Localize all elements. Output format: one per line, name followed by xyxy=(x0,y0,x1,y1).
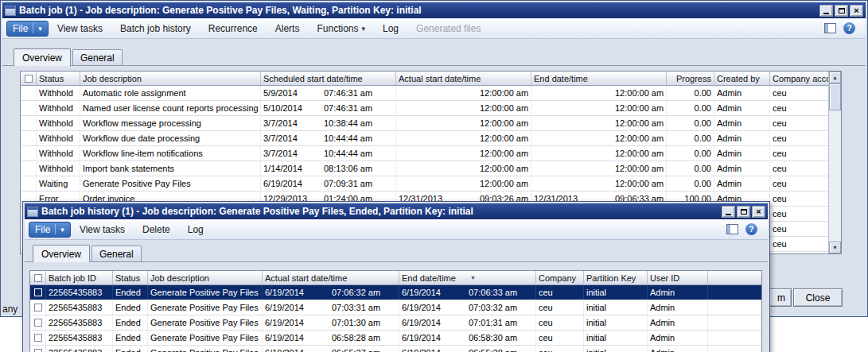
column-header-end[interactable]: End date/time▼ xyxy=(399,271,536,284)
row-checkbox[interactable] xyxy=(34,288,42,296)
row-select-cell[interactable] xyxy=(21,161,37,176)
history-file-menu-button[interactable]: File ▾ xyxy=(29,222,71,238)
row-select-cell[interactable] xyxy=(30,315,46,330)
row-select-cell[interactable] xyxy=(30,285,46,300)
row-checkbox[interactable] xyxy=(34,304,42,311)
row-checkbox[interactable] xyxy=(34,349,42,352)
cell-company: ceu xyxy=(770,222,828,236)
tab-general[interactable]: General xyxy=(91,246,142,261)
column-header-actual-start[interactable]: Actual start date/time xyxy=(263,271,399,284)
end-date: 6/19/2014 xyxy=(402,318,469,327)
menu-view-tasks[interactable]: View tasks xyxy=(49,20,111,37)
column-header-partition-key[interactable]: Partition Key xyxy=(584,271,648,284)
select-all-checkbox[interactable] xyxy=(34,274,42,282)
actual-date: 6/19/2014 xyxy=(265,303,332,312)
tab-overview[interactable]: Overview xyxy=(33,245,90,262)
close-icon[interactable]: × xyxy=(850,5,863,17)
table-row[interactable]: 22565435883 Ended Generate Positive Pay … xyxy=(30,331,761,346)
cell-created-by: Admin xyxy=(714,101,770,115)
table-row[interactable]: 22565435883 Ended Generate Positive Pay … xyxy=(30,346,761,352)
column-header-job-description[interactable]: Job description xyxy=(80,72,261,85)
maximize-icon[interactable] xyxy=(737,206,750,218)
row-select-cell[interactable] xyxy=(21,116,37,130)
menu-log[interactable]: Log xyxy=(374,20,407,37)
column-header-job-description[interactable]: Job description xyxy=(148,271,263,284)
minimize-icon[interactable] xyxy=(722,206,735,218)
row-select-cell[interactable] xyxy=(21,176,37,191)
menu-view-tasks[interactable]: View tasks xyxy=(71,221,134,238)
table-row[interactable]: Withhold Import bank statements 1/14/201… xyxy=(21,161,828,176)
layout-panes-icon[interactable] xyxy=(824,23,836,33)
scheduled-date: 3/7/2014 xyxy=(263,149,324,158)
file-menu-button[interactable]: File ▾ xyxy=(6,21,49,37)
vertical-scrollbar[interactable]: ▲ ▼ xyxy=(828,72,841,253)
scroll-up-icon[interactable]: ▲ xyxy=(829,72,841,83)
row-checkbox[interactable] xyxy=(34,319,42,327)
scroll-thumb[interactable] xyxy=(829,83,841,110)
end-time: 07:06:33 am xyxy=(469,288,517,297)
table-row[interactable]: 22565435883 Ended Generate Positive Pay … xyxy=(30,315,761,331)
cell-user-id: Admin xyxy=(648,300,708,315)
column-header-end[interactable]: End date/time xyxy=(531,72,667,85)
menu-delete[interactable]: Delete xyxy=(134,221,179,238)
cell-company: ceu xyxy=(536,346,584,352)
cell-progress: 0.00 xyxy=(667,161,714,176)
history-titlebar[interactable]: Batch job history (1) - Job description:… xyxy=(25,203,768,219)
menu-recurrence[interactable]: Recurrence xyxy=(200,20,267,37)
column-header-scheduled-start[interactable]: Scheduled start date/time xyxy=(261,72,396,85)
table-row[interactable]: Withhold Named user license count report… xyxy=(21,101,828,116)
row-select-cell[interactable] xyxy=(21,131,37,145)
tab-overview[interactable]: Overview xyxy=(14,48,71,66)
batch-job-grid-header: Status Job description Scheduled start d… xyxy=(21,72,828,86)
layout-panes-icon[interactable] xyxy=(726,224,738,234)
cell-company: ceu xyxy=(536,285,584,300)
column-header-company[interactable]: Company accou xyxy=(770,72,828,85)
cell-created-by: Admin xyxy=(714,116,770,130)
minimize-icon[interactable] xyxy=(819,5,833,17)
menu-log[interactable]: Log xyxy=(179,221,212,238)
actual-date: 6/19/2014 xyxy=(265,288,332,297)
column-header-user-id[interactable]: User ID xyxy=(648,271,708,284)
help-icon[interactable]: ? xyxy=(745,223,757,235)
scheduled-date: 3/7/2014 xyxy=(263,118,324,128)
main-titlebar[interactable]: Batch job (1) - Job description: Generat… xyxy=(2,2,866,18)
cell-status: Withhold xyxy=(37,146,80,161)
menu-batch-job-history[interactable]: Batch job history xyxy=(111,20,200,37)
row-select-cell[interactable] xyxy=(30,346,46,352)
column-header-status[interactable]: Status xyxy=(37,72,80,85)
cell-actual-start: 6/19/201407:01:30 am xyxy=(263,315,399,330)
select-all-checkbox[interactable] xyxy=(25,75,33,83)
close-icon[interactable]: × xyxy=(752,206,765,218)
table-row[interactable]: Withhold Workflow message processing 3/7… xyxy=(21,116,828,131)
menu-functions[interactable]: Functions▾ xyxy=(308,20,374,37)
row-select-cell[interactable] xyxy=(21,146,37,161)
table-row[interactable]: Waiting Generate Positive Pay Files 6/19… xyxy=(21,176,828,191)
scroll-down-icon[interactable]: ▼ xyxy=(829,242,841,253)
table-row[interactable]: 22565435883 Ended Generate Positive Pay … xyxy=(30,285,761,300)
column-header-status[interactable]: Status xyxy=(113,271,148,284)
tab-general[interactable]: General xyxy=(72,49,123,65)
row-select-cell[interactable] xyxy=(30,331,46,345)
history-window-title: Batch job history (1) - Job description:… xyxy=(41,206,718,217)
column-header-company[interactable]: Company xyxy=(536,271,584,284)
table-row[interactable]: 22565435883 Ended Generate Positive Pay … xyxy=(30,300,761,315)
row-checkbox[interactable] xyxy=(34,334,42,342)
row-select-cell[interactable] xyxy=(21,101,37,115)
column-header-progress[interactable]: Progress xyxy=(667,72,714,85)
table-row[interactable]: Withhold Automatic role assignment 5/9/2… xyxy=(21,86,828,101)
column-header-actual-start[interactable]: Actual start date/time xyxy=(396,72,531,85)
column-header-created-by[interactable]: Created by xyxy=(714,72,770,85)
close-button[interactable]: Close xyxy=(793,288,843,307)
table-row[interactable]: Withhold Workflow line-item notification… xyxy=(21,146,828,161)
table-row[interactable]: Withhold Workflow due date processing 3/… xyxy=(21,131,828,146)
column-header-batch-job-id[interactable]: Batch job ID xyxy=(46,271,113,284)
actual-date: 6/19/2014 xyxy=(265,348,332,352)
actual-time: 12:00:00 am xyxy=(480,179,528,188)
menu-alerts[interactable]: Alerts xyxy=(267,20,309,37)
cell-job-description: Import bank statements xyxy=(80,161,261,176)
cell-progress: 0.00 xyxy=(667,101,714,115)
row-select-cell[interactable] xyxy=(30,300,46,315)
help-icon[interactable]: ? xyxy=(843,22,855,34)
row-select-cell[interactable] xyxy=(21,86,37,100)
maximize-icon[interactable] xyxy=(835,5,848,17)
